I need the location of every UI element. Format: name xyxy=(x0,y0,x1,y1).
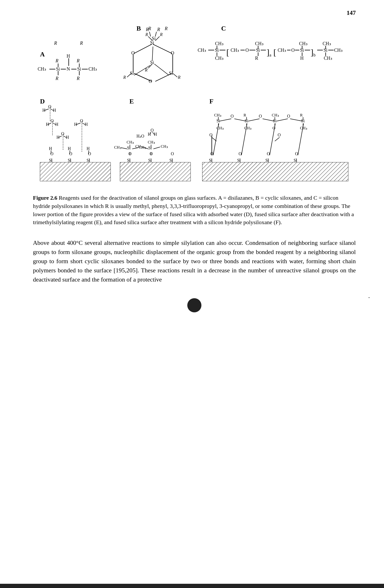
svg-text:O: O xyxy=(80,119,83,123)
svg-text:R: R xyxy=(55,76,58,81)
svg-line-51 xyxy=(152,46,153,61)
svg-text:R: R xyxy=(123,75,126,80)
svg-line-195 xyxy=(219,119,231,121)
svg-text:a: a xyxy=(269,53,271,57)
svg-text:R: R xyxy=(165,26,168,31)
svg-text:F: F xyxy=(209,98,213,105)
svg-text:R: R xyxy=(178,75,180,80)
svg-text:O: O xyxy=(287,114,290,119)
svg-text:R: R xyxy=(76,76,80,81)
svg-text:O: O xyxy=(50,151,53,156)
svg-text:O: O xyxy=(48,105,51,109)
svg-line-26 xyxy=(149,32,150,37)
svg-text:CH₃: CH₃ xyxy=(272,113,279,117)
figure-caption-text: Reagents used for the deactivation of si… xyxy=(33,195,354,225)
svg-text:CH₃: CH₃ xyxy=(216,126,224,130)
svg-text:H: H xyxy=(86,146,90,151)
svg-text:O: O xyxy=(245,47,249,53)
svg-text:R: R xyxy=(255,56,258,61)
svg-line-199 xyxy=(277,119,288,121)
svg-text:CH₃: CH₃ xyxy=(215,56,224,61)
svg-text:CH₃: CH₃ xyxy=(324,56,332,61)
svg-text:O: O xyxy=(267,151,270,156)
svg-text:O: O xyxy=(239,151,242,156)
svg-text:b: b xyxy=(313,53,316,57)
svg-text:R: R xyxy=(76,58,80,63)
svg-text:B: B xyxy=(136,25,141,32)
svg-text:R: R xyxy=(300,113,303,117)
svg-line-30 xyxy=(153,44,172,54)
svg-text:[: [ xyxy=(273,48,276,57)
svg-rect-101 xyxy=(40,162,111,181)
svg-text:E: E xyxy=(129,98,134,105)
svg-line-225 xyxy=(275,137,279,141)
svg-text:CH₃: CH₃ xyxy=(127,140,134,145)
svg-text:O: O xyxy=(171,151,174,156)
svg-line-156 xyxy=(121,148,127,149)
svg-text:CH₃: CH₃ xyxy=(278,47,286,53)
svg-line-28 xyxy=(155,32,156,37)
svg-text:CH₃: CH₃ xyxy=(114,145,121,149)
svg-text:R: R xyxy=(55,58,58,63)
svg-line-222 xyxy=(212,137,216,141)
svg-text:CH₃: CH₃ xyxy=(135,144,143,149)
svg-text:Si: Si xyxy=(150,40,154,45)
svg-text:H₂O: H₂O xyxy=(136,134,144,139)
svg-text:O: O xyxy=(259,114,262,119)
svg-text:R: R xyxy=(160,32,163,37)
svg-line-35 xyxy=(134,44,152,54)
svg-text:]: ] xyxy=(267,48,269,57)
svg-line-172 xyxy=(153,147,160,149)
svg-text:Si: Si xyxy=(56,66,60,71)
svg-line-196 xyxy=(234,119,246,121)
svg-text:CH₃: CH₃ xyxy=(244,126,252,130)
page-number: 147 xyxy=(347,9,356,17)
svg-text:CH₃: CH₃ xyxy=(299,41,308,46)
svg-text:R: R xyxy=(146,27,149,32)
svg-line-46 xyxy=(172,73,177,77)
svg-text:Si: Si xyxy=(77,66,81,71)
svg-text:R: R xyxy=(54,41,57,46)
svg-text:CH₃: CH₃ xyxy=(38,66,46,71)
figures-container: A R R CH₃ Si N Si CH₃ R R R R xyxy=(33,19,356,189)
svg-text:H: H xyxy=(49,146,52,151)
svg-text:O: O xyxy=(278,133,281,137)
svg-text:O: O xyxy=(149,79,152,84)
svg-line-198 xyxy=(263,119,274,121)
figure-caption: Figure 2.6 Reagents used for the deactiv… xyxy=(33,194,356,227)
page: 147 · A R R CH₃ Si N Si CH₃ xyxy=(0,0,384,588)
svg-text:Si: Si xyxy=(130,71,134,76)
bottom-bar xyxy=(0,584,384,588)
svg-text:CH₃: CH₃ xyxy=(322,41,331,46)
svg-text:C: C xyxy=(221,25,226,32)
svg-text:[: [ xyxy=(226,48,229,57)
svg-text:CH₃: CH₃ xyxy=(214,113,221,117)
svg-line-200 xyxy=(290,119,302,121)
svg-text:R: R xyxy=(80,41,83,46)
svg-line-43 xyxy=(155,37,160,41)
svg-text:]: ] xyxy=(311,48,313,57)
svg-text:O: O xyxy=(88,151,91,156)
svg-text:CH₃: CH₃ xyxy=(148,140,155,145)
svg-text:O: O xyxy=(231,114,234,119)
side-decoration: · xyxy=(368,294,370,301)
svg-rect-142 xyxy=(120,162,191,181)
svg-text:O: O xyxy=(171,50,174,56)
svg-text:CH₃: CH₃ xyxy=(88,66,97,71)
svg-text:O: O xyxy=(61,131,64,136)
svg-line-52 xyxy=(154,64,169,75)
svg-text:CH₃: CH₃ xyxy=(300,126,307,130)
svg-line-53 xyxy=(134,65,150,75)
svg-text:H: H xyxy=(300,56,303,61)
svg-text:CH₃: CH₃ xyxy=(255,41,263,46)
svg-rect-175 xyxy=(202,162,348,181)
svg-text:CH₃: CH₃ xyxy=(231,47,239,53)
svg-text:CH₃: CH₃ xyxy=(334,47,342,53)
svg-text:CH₃: CH₃ xyxy=(161,144,168,149)
chemical-structures-svg: A R R CH₃ Si N Si CH₃ R R R R xyxy=(33,19,355,188)
svg-text:O: O xyxy=(295,151,298,156)
svg-text:O: O xyxy=(51,119,54,123)
svg-text:H: H xyxy=(148,132,151,137)
svg-text:R: R xyxy=(244,113,246,117)
svg-text:A: A xyxy=(40,51,45,58)
